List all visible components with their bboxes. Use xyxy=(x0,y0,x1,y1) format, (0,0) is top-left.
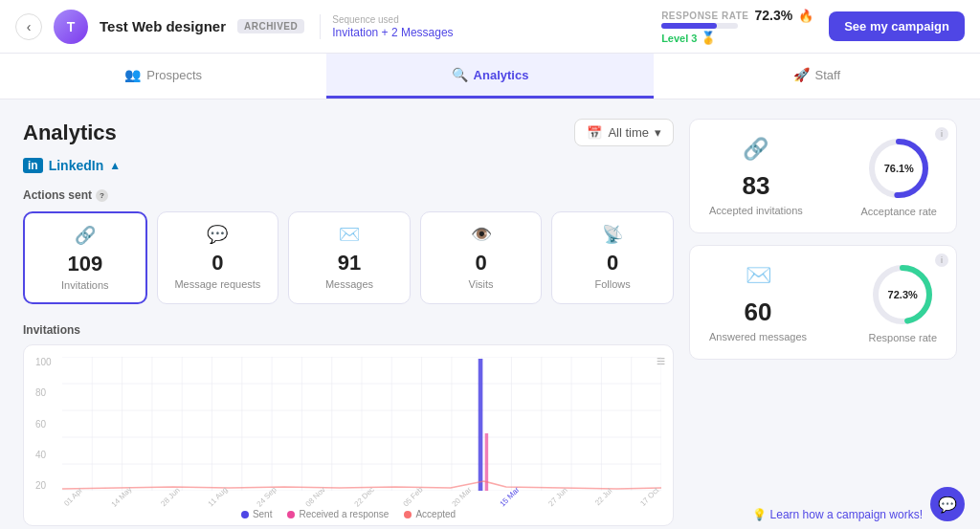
back-button[interactable]: ‹ xyxy=(15,13,42,40)
answered-messages-count: 60 xyxy=(745,298,772,327)
time-filter-dropdown[interactable]: 📅 All time ▾ xyxy=(574,119,674,146)
accepted-invitations-label: Accepted invitations xyxy=(709,205,803,216)
follows-label: Follows xyxy=(568,278,657,290)
footer-hint: 💡 Learn how a campaign works! xyxy=(752,508,923,521)
sequence-value: Invitation + 2 Messages xyxy=(332,26,453,39)
chevron-down-icon: ▾ xyxy=(655,125,661,140)
messages-label: Messages xyxy=(304,278,394,290)
message-icon: ✉️ xyxy=(746,263,771,288)
response-rate-label: RESPONSE RATE xyxy=(661,11,748,21)
message-requests-label: Message requests xyxy=(173,278,263,290)
archived-badge: ARCHIVED xyxy=(237,19,304,33)
tab-prospects[interactable]: 👥 Prospects xyxy=(0,54,326,99)
tab-analytics[interactable]: 🔍 Analytics xyxy=(326,54,653,99)
response-rate-donut-value: 72.3% xyxy=(888,289,918,300)
left-panel: Analytics 📅 All time ▾ in LinkedIn ▲ Act… xyxy=(23,119,674,526)
legend-response-label: Received a response xyxy=(299,509,389,519)
header: ‹ T Test Web designer ARCHIVED Sequence … xyxy=(0,0,980,54)
legend-sent: Sent xyxy=(241,509,273,519)
legend-sent-label: Sent xyxy=(253,509,273,519)
response-rate-label: Response rate xyxy=(868,332,937,343)
accepted-invitations-info: 🔗 83 Accepted invitations xyxy=(709,137,803,216)
level-badge: Level 3 xyxy=(661,33,697,44)
tab-staff-label: Staff xyxy=(815,68,841,82)
linkedin-section: in LinkedIn ▲ xyxy=(23,158,674,173)
action-card-follows[interactable]: 📡 0 Follows xyxy=(551,211,674,304)
response-rate-donut: 72.3% Response rate xyxy=(868,261,937,343)
see-campaign-button[interactable]: See my campaign xyxy=(829,11,965,41)
link-icon: 🔗 xyxy=(743,137,768,162)
visits-label: Visits xyxy=(436,278,526,290)
message-requests-icon: 💬 xyxy=(173,224,263,245)
invitations-count: 109 xyxy=(40,252,130,276)
invitations-icon: 🔗 xyxy=(40,225,130,246)
info-button-1[interactable]: i xyxy=(935,127,948,141)
action-card-visits[interactable]: 👁️ 0 Visits xyxy=(420,211,543,304)
legend-accepted: Accepted xyxy=(404,509,456,519)
action-cards: 🔗 109 Invitations 💬 0 Message requests ✉… xyxy=(23,211,674,304)
fire-icon: 🔥 xyxy=(798,9,813,23)
legend-accepted-dot xyxy=(404,511,412,518)
info-icon: ? xyxy=(96,189,108,202)
response-donut-chart: 72.3% xyxy=(869,261,936,328)
header-right: RESPONSE RATE 72.3% 🔥 Level 3 🥇 See my c… xyxy=(661,8,965,45)
right-panel: i 🔗 83 Accepted invitations 76.1% Accept… xyxy=(689,119,957,526)
campaign-avatar: T xyxy=(54,10,88,44)
rate-bar-fill xyxy=(661,23,717,29)
calendar-icon: 📅 xyxy=(587,125,602,140)
tabs-bar: 👥 Prospects 🔍 Analytics 🚀 Staff xyxy=(0,54,980,99)
linkedin-icon: in xyxy=(23,158,43,173)
follows-icon: 📡 xyxy=(568,224,657,245)
linkedin-label: LinkedIn xyxy=(49,158,104,173)
chart-y-labels: 100 80 60 40 20 xyxy=(35,357,58,491)
tab-analytics-label: Analytics xyxy=(474,68,529,82)
messages-count: 91 xyxy=(304,251,394,276)
response-rate-value: 72.3% xyxy=(754,8,792,23)
invitations-label: Invitations xyxy=(40,279,130,291)
sequence-info: Sequence used Invitation + 2 Messages xyxy=(320,14,453,39)
acceptance-donut-chart: 76.1% xyxy=(865,135,932,202)
follows-count: 0 xyxy=(568,251,657,276)
tab-prospects-label: Prospects xyxy=(146,68,202,82)
main-content: Analytics 📅 All time ▾ in LinkedIn ▲ Act… xyxy=(0,99,980,529)
response-rate-section: RESPONSE RATE 72.3% 🔥 Level 3 🥇 xyxy=(661,8,813,45)
chart-svg xyxy=(62,357,661,491)
info-button-2[interactable]: i xyxy=(935,253,948,267)
messages-icon: ✉️ xyxy=(304,224,394,245)
acceptance-rate-value: 76.1% xyxy=(884,163,914,174)
answered-messages-card: i ✉️ 60 Answered messages 72.3% Response… xyxy=(689,245,957,360)
answered-messages-label: Answered messages xyxy=(709,331,807,342)
prospects-icon: 👥 xyxy=(124,67,141,82)
acceptance-rate-label: Acceptance rate xyxy=(861,206,938,217)
visits-count: 0 xyxy=(436,251,526,276)
chat-button[interactable]: 💬 xyxy=(930,487,965,521)
legend-accepted-label: Accepted xyxy=(415,509,456,519)
accepted-invitations-card: i 🔗 83 Accepted invitations 76.1% Accept… xyxy=(689,119,957,233)
medal-icon: 🥇 xyxy=(701,31,716,45)
campaign-name: Test Web designer xyxy=(100,18,226,34)
svg-rect-26 xyxy=(479,359,483,491)
legend-sent-dot xyxy=(241,511,249,518)
legend-response-dot xyxy=(287,511,295,518)
actions-sent-label: Actions sent ? xyxy=(23,188,674,202)
visits-icon: 👁️ xyxy=(436,224,526,245)
bulb-icon: 💡 xyxy=(752,508,767,521)
analytics-header: Analytics 📅 All time ▾ xyxy=(23,119,674,146)
action-card-messages[interactable]: ✉️ 91 Messages xyxy=(288,211,411,304)
accepted-invitations-count: 83 xyxy=(742,171,769,201)
legend-response: Received a response xyxy=(287,509,389,519)
chart-container: ≡ 100 80 60 40 20 xyxy=(23,344,674,526)
chevron-up-icon: ▲ xyxy=(109,159,121,172)
analytics-title: Analytics xyxy=(23,121,117,145)
staff-icon: 🚀 xyxy=(793,67,810,82)
acceptance-rate-donut: 76.1% Acceptance rate xyxy=(861,135,938,217)
chart-x-labels: 01 Apr 14 May 28 Jun 11 Aug 24 Sep 08 No… xyxy=(62,493,661,501)
answered-messages-info: ✉️ 60 Answered messages xyxy=(709,263,807,342)
action-card-invitations[interactable]: 🔗 109 Invitations xyxy=(23,211,147,304)
chart-legend: Sent Received a response Accepted xyxy=(35,509,661,519)
chart-section-label: Invitations xyxy=(23,323,674,337)
sequence-label: Sequence used xyxy=(332,14,453,25)
message-requests-count: 0 xyxy=(173,251,263,276)
action-card-message-requests[interactable]: 💬 0 Message requests xyxy=(157,211,279,304)
tab-staff[interactable]: 🚀 Staff xyxy=(654,54,980,99)
